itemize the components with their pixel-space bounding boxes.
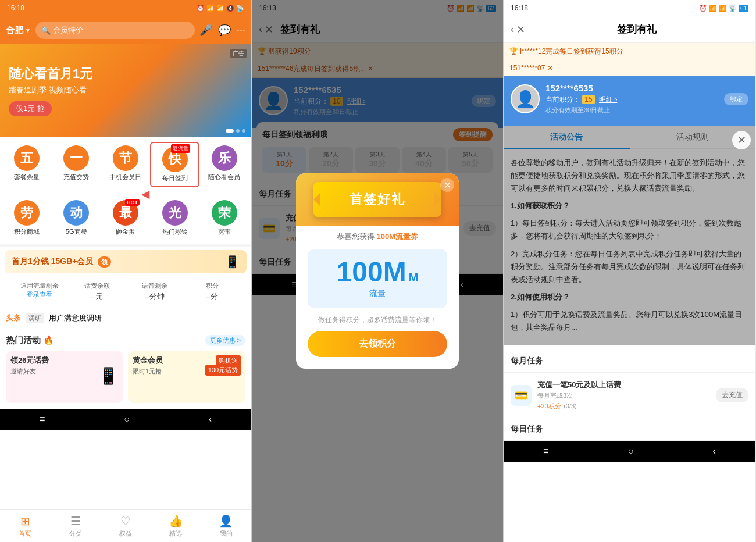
daily-task-header-3: 每日任务: [504, 418, 755, 441]
ringtone-icon: 光: [162, 200, 188, 226]
news-badge: 调研: [26, 313, 44, 323]
task-info-3: 充值一笔50元及以上话费 每月完成3次 +20积分 (0/3): [537, 380, 710, 411]
icon-ringtone[interactable]: 光 热门彩铃: [150, 197, 199, 240]
vip-label: 手机会员日: [109, 173, 141, 181]
profile-sub-3: 积分有效期至30日截止: [545, 106, 617, 115]
icon-vip[interactable]: 节 手机会员日: [101, 142, 151, 187]
gold-egg-label: 砸金蛋: [116, 227, 135, 236]
popup-title-ribbon: 首签好礼: [313, 182, 441, 217]
sign-header-3: ‹ ✕ 签到有礼: [504, 16, 755, 43]
promo-banner[interactable]: 首月1分钱 15GB+会员 领 📱: [5, 250, 247, 273]
sign-page-title-3: 签到有礼: [525, 23, 748, 36]
notif-bar-4: 151******07 ✕: [504, 60, 755, 76]
app-header: 合肥 ▼ 🔍 会员特价 🎤 💬 ···: [0, 16, 251, 44]
monthly-task-header-3: 每月任务: [504, 350, 755, 373]
recharge-label: 充值交费: [63, 173, 89, 181]
notif-text-4: 151******07 ✕: [509, 64, 553, 72]
menu-icon[interactable]: ≡: [40, 414, 45, 425]
task-item-recharge-3: 💳 充值一笔50元及以上话费 每月完成3次 +20积分 (0/3) 去充值: [504, 373, 755, 418]
popup-card: 首签好礼 ✕ 恭喜您获得 100M流量券 100M M 流量 做任务得积分，超多…: [296, 173, 459, 369]
search-bar[interactable]: 🔍 会员特价: [35, 22, 195, 39]
tabs-container: 活动公告 活动规则 ✕ 各位尊敬的移动用户，签到有礼活动升级归来！在新的签到活动…: [504, 126, 755, 345]
back-triangle-icon[interactable]: ‹: [209, 414, 212, 425]
hot-card-1[interactable]: 领26元话费 邀请好友 📱: [6, 351, 123, 403]
voucher-box: 100M M 流量: [308, 249, 447, 308]
icon-broadband[interactable]: 荣 宽带: [199, 197, 249, 240]
status-icons-3: ⏰ 📶 📶 📡 61: [699, 5, 748, 12]
banner-btn[interactable]: 仅1元 抢: [9, 101, 52, 116]
home-circle-icon-3[interactable]: ○: [628, 446, 634, 457]
hot-card-2[interactable]: 黄金会员 限时1元抢 购机送 100元话费: [128, 351, 245, 403]
search-text: 会员特价: [53, 25, 83, 35]
ad-tag: 广告: [230, 49, 247, 58]
more-icon[interactable]: ···: [237, 24, 245, 37]
location-text: 合肥: [6, 25, 23, 36]
news-bar: 头条 调研 用户满意度调研: [0, 309, 251, 327]
user-avatar-3: 👤: [511, 84, 540, 113]
menu-icon-3[interactable]: ≡: [543, 446, 548, 457]
hot-cards: 领26元话费 邀请好友 📱 黄金会员 限时1元抢 购机送 100元话费: [0, 351, 251, 409]
icon-freedom[interactable]: 乐 随心看会员: [199, 142, 249, 187]
popup-title-text: 首签好礼: [350, 191, 405, 208]
status-time-1: 16:18: [7, 4, 24, 12]
icon-recharge[interactable]: 一 充值交费: [52, 142, 101, 187]
search-icon: 🔍: [41, 26, 51, 35]
voucher-amount: 100M: [337, 258, 406, 286]
main-banner[interactable]: 随心看首月1元 踏春追剧季 视频随心看 仅1元 抢 广告: [0, 44, 251, 137]
recharge-icon: 一: [63, 145, 89, 171]
profile-info-3: 152****6535 当前积分： 15 明细 › 积分有效期至30日截止: [545, 83, 617, 115]
profile-points-3: 当前积分： 15 明细 ›: [545, 95, 617, 105]
5g-label: 5G套餐: [66, 227, 87, 236]
promo-btn[interactable]: 领: [98, 256, 111, 268]
sys-nav-1: ≡ ○ ‹: [0, 409, 251, 430]
icon-daily-signin[interactable]: 快 返流量 每日签到: [150, 142, 199, 187]
arrow-pointer: ◄: [138, 186, 152, 202]
data-row: 通用流量剩余 登录查看 话费余额 --元 语音剩余 --分钟 积分 --分: [5, 277, 247, 306]
5g-icon: 动: [63, 200, 89, 226]
task-sub-3: 每月完成3次: [537, 391, 710, 400]
back-button-3[interactable]: ‹: [511, 23, 514, 35]
balance-value: --元: [68, 291, 126, 302]
ringtone-label: 热门彩铃: [162, 227, 188, 236]
phone-1: 16:18 ⏰ 📶 📶 🔇 📡 合肥 ▼ 🔍 会员特价 🎤 💬 ···: [0, 0, 252, 542]
more-btn[interactable]: 更多优惠 >: [205, 335, 245, 346]
back-triangle-icon-3[interactable]: ‹: [713, 446, 716, 457]
message-icon[interactable]: 💬: [218, 24, 231, 37]
hot-section-header: 热门活动 🔥 更多优惠 >: [0, 330, 251, 351]
card1-title: 领26元话费: [10, 355, 119, 366]
sys-nav-3: ≡ ○ ‹: [504, 441, 755, 462]
icon-gold-egg[interactable]: 最 HOT 砸金蛋: [101, 197, 151, 240]
broadband-icon: 荣: [212, 200, 237, 226]
task-name-3: 充值一笔50元及以上话费: [537, 380, 710, 390]
mic-icon[interactable]: 🎤: [199, 24, 212, 37]
status-bar-1: 16:18 ⏰ 📶 📶 🔇 📡: [0, 0, 251, 16]
freedom-label: 随心看会员: [208, 173, 240, 181]
icon-package[interactable]: 五 套餐余量: [2, 142, 52, 187]
freedom-icon: 乐: [212, 145, 237, 171]
vip-icon: 节: [113, 145, 138, 171]
data-voice: 语音剩余 --分钟: [126, 281, 183, 302]
banner-title: 随心看首月1元: [9, 65, 92, 83]
popup-close-btn[interactable]: ✕: [440, 178, 454, 192]
modal-close-btn[interactable]: ✕: [732, 131, 751, 149]
bind-button-3[interactable]: 绑定: [724, 93, 748, 105]
close-button-3[interactable]: ✕: [516, 23, 525, 36]
home-circle-icon[interactable]: ○: [124, 414, 130, 425]
banner-text: 随心看首月1元 踏春追剧季 视频随心看 仅1元 抢: [9, 65, 92, 116]
icon-5g[interactable]: 动 5G套餐: [52, 197, 101, 240]
popup-highlight: 100M流量券: [377, 232, 419, 241]
points-value: --分: [183, 291, 241, 302]
card1-icon: 📱: [98, 366, 119, 386]
points-label: 积分: [183, 281, 241, 290]
popup-action-btn[interactable]: 去领积分: [308, 331, 447, 357]
popup-overlay[interactable]: 首签好礼 ✕ 恭喜您获得 100M流量券 100M M 流量 做任务得积分，超多…: [252, 0, 503, 542]
popup-subtitle: 恭喜您获得 100M流量券: [305, 231, 450, 242]
dot-2: [236, 129, 240, 133]
status-time-3: 16:18: [511, 4, 528, 12]
task-btn-3[interactable]: 去充值: [716, 388, 748, 402]
traffic-value[interactable]: 登录查看: [10, 290, 68, 299]
card2-amount: 100元话费: [205, 365, 241, 376]
icon-points-mall[interactable]: 劳 积分商城: [2, 197, 52, 240]
data-traffic: 通用流量剩余 登录查看: [10, 281, 68, 302]
location-selector[interactable]: 合肥 ▼: [6, 25, 31, 36]
